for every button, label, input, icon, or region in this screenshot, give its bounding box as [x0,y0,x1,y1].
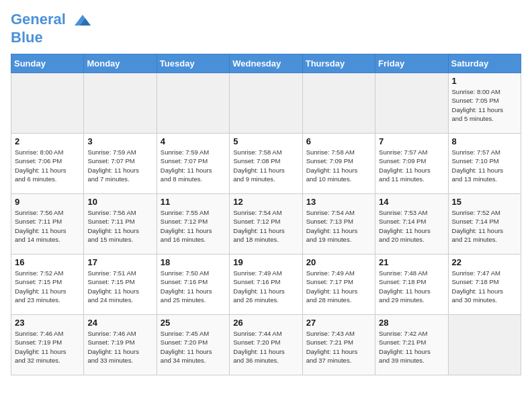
day-info: Sunrise: 7:58 AM Sunset: 7:09 PM Dayligh… [306,148,371,183]
day-number: 13 [306,197,371,207]
day-number: 21 [379,257,444,267]
calendar-week-row: 1Sunrise: 8:00 AM Sunset: 7:05 PM Daylig… [11,73,521,134]
calendar-cell: 22Sunrise: 7:47 AM Sunset: 7:18 PM Dayli… [448,255,521,315]
calendar-header: SundayMondayTuesdayWednesdayThursdayFrid… [11,54,521,73]
calendar-cell: 19Sunrise: 7:49 AM Sunset: 7:16 PM Dayli… [230,255,302,315]
day-number: 19 [233,257,298,267]
calendar-cell [11,73,84,134]
calendar-cell [375,73,448,134]
page-header: General Blue [11,11,521,46]
day-info: Sunrise: 7:46 AM Sunset: 7:19 PM Dayligh… [87,329,152,365]
calendar-cell [84,73,157,134]
day-info: Sunrise: 7:59 AM Sunset: 7:07 PM Dayligh… [161,148,226,183]
calendar-cell: 6Sunrise: 7:58 AM Sunset: 7:09 PM Daylig… [302,134,375,194]
day-number: 26 [233,318,298,328]
weekday-header: Saturday [448,54,521,73]
weekday-header: Monday [84,54,157,73]
day-number: 10 [87,197,152,207]
day-number: 17 [87,257,152,267]
day-number: 1 [452,76,517,86]
calendar-cell: 23Sunrise: 7:46 AM Sunset: 7:19 PM Dayli… [11,315,84,375]
calendar-cell: 8Sunrise: 7:57 AM Sunset: 7:10 PM Daylig… [448,134,521,194]
calendar-cell: 2Sunrise: 8:00 AM Sunset: 7:06 PM Daylig… [11,134,84,194]
day-info: Sunrise: 7:52 AM Sunset: 7:15 PM Dayligh… [15,269,80,304]
day-number: 7 [379,136,444,146]
day-number: 25 [161,318,226,328]
day-info: Sunrise: 7:45 AM Sunset: 7:20 PM Dayligh… [161,329,226,365]
day-info: Sunrise: 7:56 AM Sunset: 7:11 PM Dayligh… [15,208,80,244]
day-number: 12 [233,197,298,207]
day-number: 11 [161,197,226,207]
weekday-row: SundayMondayTuesdayWednesdayThursdayFrid… [11,54,521,73]
day-info: Sunrise: 7:49 AM Sunset: 7:17 PM Dayligh… [306,269,371,304]
calendar-cell: 9Sunrise: 7:56 AM Sunset: 7:11 PM Daylig… [11,194,84,255]
calendar-week-row: 16Sunrise: 7:52 AM Sunset: 7:15 PM Dayli… [11,255,521,315]
day-number: 18 [161,257,226,267]
calendar-table: SundayMondayTuesdayWednesdayThursdayFrid… [11,54,521,375]
logo-text: General [11,11,93,30]
day-info: Sunrise: 7:59 AM Sunset: 7:07 PM Dayligh… [87,148,152,183]
weekday-header: Wednesday [230,54,302,73]
day-info: Sunrise: 7:56 AM Sunset: 7:11 PM Dayligh… [87,208,152,244]
calendar-cell: 14Sunrise: 7:53 AM Sunset: 7:14 PM Dayli… [375,194,448,255]
day-info: Sunrise: 7:55 AM Sunset: 7:12 PM Dayligh… [161,208,226,244]
day-info: Sunrise: 7:50 AM Sunset: 7:16 PM Dayligh… [161,269,226,304]
calendar-cell [302,73,375,134]
day-number: 27 [306,318,371,328]
calendar-cell: 24Sunrise: 7:46 AM Sunset: 7:19 PM Dayli… [84,315,157,375]
calendar-cell: 7Sunrise: 7:57 AM Sunset: 7:09 PM Daylig… [375,134,448,194]
day-number: 6 [306,136,371,146]
day-number: 9 [15,197,80,207]
day-number: 4 [161,136,226,146]
day-info: Sunrise: 8:00 AM Sunset: 7:06 PM Dayligh… [15,148,80,183]
day-number: 16 [15,257,80,267]
calendar-cell: 3Sunrise: 7:59 AM Sunset: 7:07 PM Daylig… [84,134,157,194]
calendar-cell: 18Sunrise: 7:50 AM Sunset: 7:16 PM Dayli… [157,255,229,315]
weekday-header: Thursday [302,54,375,73]
calendar-cell: 5Sunrise: 7:58 AM Sunset: 7:08 PM Daylig… [230,134,302,194]
day-info: Sunrise: 7:44 AM Sunset: 7:20 PM Dayligh… [233,329,298,365]
day-info: Sunrise: 7:47 AM Sunset: 7:18 PM Dayligh… [452,269,517,304]
calendar-cell [230,73,302,134]
calendar-cell: 15Sunrise: 7:52 AM Sunset: 7:14 PM Dayli… [448,194,521,255]
logo-blue: Blue [11,30,93,46]
day-info: Sunrise: 7:46 AM Sunset: 7:19 PM Dayligh… [15,329,80,365]
day-info: Sunrise: 7:54 AM Sunset: 7:13 PM Dayligh… [306,208,371,244]
day-info: Sunrise: 7:57 AM Sunset: 7:10 PM Dayligh… [452,148,517,183]
day-info: Sunrise: 7:43 AM Sunset: 7:21 PM Dayligh… [306,329,371,365]
calendar-cell: 20Sunrise: 7:49 AM Sunset: 7:17 PM Dayli… [302,255,375,315]
day-info: Sunrise: 7:54 AM Sunset: 7:12 PM Dayligh… [233,208,298,244]
calendar-cell: 10Sunrise: 7:56 AM Sunset: 7:11 PM Dayli… [84,194,157,255]
day-number: 15 [452,197,517,207]
calendar-week-row: 2Sunrise: 8:00 AM Sunset: 7:06 PM Daylig… [11,134,521,194]
day-number: 14 [379,197,444,207]
day-number: 24 [87,318,152,328]
calendar-cell: 1Sunrise: 8:00 AM Sunset: 7:05 PM Daylig… [448,73,521,134]
calendar-cell: 13Sunrise: 7:54 AM Sunset: 7:13 PM Dayli… [302,194,375,255]
day-number: 3 [87,136,152,146]
day-info: Sunrise: 8:00 AM Sunset: 7:05 PM Dayligh… [452,87,517,123]
calendar-cell: 26Sunrise: 7:44 AM Sunset: 7:20 PM Dayli… [230,315,302,375]
day-info: Sunrise: 7:49 AM Sunset: 7:16 PM Dayligh… [233,269,298,304]
day-number: 22 [452,257,517,267]
calendar-cell: 4Sunrise: 7:59 AM Sunset: 7:07 PM Daylig… [157,134,229,194]
day-info: Sunrise: 7:58 AM Sunset: 7:08 PM Dayligh… [233,148,298,183]
day-info: Sunrise: 7:53 AM Sunset: 7:14 PM Dayligh… [379,208,444,244]
day-number: 5 [233,136,298,146]
calendar-week-row: 23Sunrise: 7:46 AM Sunset: 7:19 PM Dayli… [11,315,521,375]
calendar-cell: 11Sunrise: 7:55 AM Sunset: 7:12 PM Dayli… [157,194,229,255]
calendar-cell [157,73,229,134]
calendar-cell: 16Sunrise: 7:52 AM Sunset: 7:15 PM Dayli… [11,255,84,315]
calendar-cell: 25Sunrise: 7:45 AM Sunset: 7:20 PM Dayli… [157,315,229,375]
calendar-week-row: 9Sunrise: 7:56 AM Sunset: 7:11 PM Daylig… [11,194,521,255]
day-number: 2 [15,136,80,146]
day-info: Sunrise: 7:57 AM Sunset: 7:09 PM Dayligh… [379,148,444,183]
day-info: Sunrise: 7:52 AM Sunset: 7:14 PM Dayligh… [452,208,517,244]
calendar-body: 1Sunrise: 8:00 AM Sunset: 7:05 PM Daylig… [11,73,521,375]
weekday-header: Tuesday [157,54,229,73]
day-number: 23 [15,318,80,328]
weekday-header: Friday [375,54,448,73]
calendar-cell: 21Sunrise: 7:48 AM Sunset: 7:18 PM Dayli… [375,255,448,315]
day-number: 8 [452,136,517,146]
calendar-cell: 12Sunrise: 7:54 AM Sunset: 7:12 PM Dayli… [230,194,302,255]
